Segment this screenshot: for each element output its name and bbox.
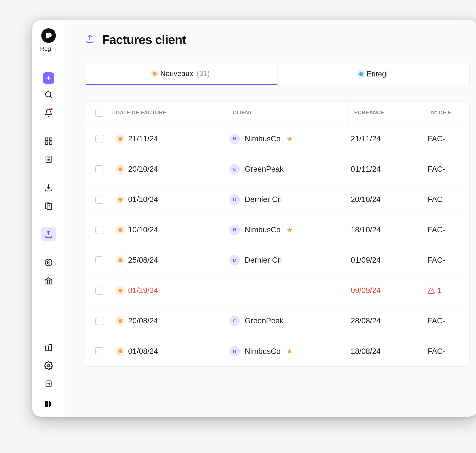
tab-label: Nouveaux — [160, 69, 193, 78]
tabs: Nouveaux (31) Enregi — [85, 63, 469, 85]
invoice-number: FAC- — [428, 134, 445, 143]
status-dot-icon — [118, 258, 123, 262]
table-row[interactable]: 25/08/24 DDernier Cri 01/09/24 FAC- — [85, 245, 469, 276]
euro-button[interactable] — [41, 255, 56, 270]
client-avatar: D — [229, 255, 240, 266]
client-name: Dernier Cri — [245, 256, 282, 264]
svg-rect-14 — [45, 401, 48, 407]
status-dot-icon — [118, 228, 123, 232]
notification-dot-icon — [50, 108, 53, 111]
col-due: ECHÉANCE — [348, 101, 425, 124]
app-logo[interactable] — [41, 28, 56, 43]
row-checkbox[interactable] — [95, 226, 103, 234]
row-checkbox[interactable] — [95, 256, 103, 264]
invoice-date: 01/19/24 — [128, 286, 158, 295]
status-dot-icon — [359, 72, 363, 76]
client-name: Dernier Cri — [245, 195, 282, 204]
svg-rect-5 — [49, 142, 52, 145]
client-name: NimbusCo — [245, 134, 281, 143]
svg-point-1 — [45, 92, 51, 97]
invoice-date: 10/10/24 — [128, 226, 158, 234]
status-dot-icon — [118, 349, 123, 353]
row-checkbox[interactable] — [95, 287, 103, 295]
add-button[interactable] — [43, 72, 54, 84]
svg-point-12 — [47, 365, 50, 367]
status-dot-icon — [118, 167, 123, 171]
tab-label: Enregi — [367, 70, 388, 78]
tab-nouveaux[interactable]: Nouveaux (31) — [85, 63, 277, 85]
table-row[interactable]: 01/10/24 DDernier Cri 20/10/24 FAC- — [85, 184, 469, 215]
upload-button[interactable] — [41, 227, 56, 241]
dashboard-button[interactable] — [41, 134, 56, 149]
table-row[interactable]: 21/11/24 NNimbusCo★ 21/11/24 FAC- — [85, 124, 469, 154]
client-name: GreenPeak — [245, 165, 283, 174]
footer-logo-icon — [44, 399, 53, 409]
warning-icon — [428, 287, 435, 294]
invoice-number: FAC- — [428, 165, 445, 174]
row-checkbox[interactable] — [95, 196, 103, 204]
client-avatar: G — [229, 316, 240, 326]
svg-rect-2 — [45, 138, 48, 141]
upload-icon — [85, 34, 96, 45]
table-header: DATE DE FACTURE CLIENT ECHÉANCE N° DE F — [85, 101, 469, 124]
table-row[interactable]: 01/19/24 09/09/24 1 — [85, 276, 469, 306]
client-name: NimbusCo — [245, 226, 281, 234]
invoice-number: FAC- — [428, 226, 445, 234]
status-dot-icon — [118, 289, 123, 293]
logout-button[interactable] — [41, 376, 56, 391]
star-icon: ★ — [287, 135, 293, 143]
status-dot-icon — [118, 198, 123, 202]
client-avatar: G — [229, 164, 240, 175]
notifications-button[interactable] — [41, 106, 56, 120]
page-header: Factures client — [85, 32, 476, 47]
client-avatar: D — [229, 194, 240, 205]
invoices-table: DATE DE FACTURE CLIENT ECHÉANCE N° DE F … — [85, 101, 469, 367]
bank-button[interactable] — [41, 273, 56, 288]
sidebar: Reg… — [32, 20, 65, 417]
main-content: Factures client Nouveaux (31) Enregi DAT… — [65, 20, 476, 417]
app-logo-label: Reg… — [40, 45, 57, 52]
svg-rect-0 — [47, 33, 49, 38]
receipts-button[interactable] — [41, 198, 56, 213]
table-row[interactable]: 20/10/24 GGreenPeak 01/11/24 FAC- — [85, 154, 469, 184]
tab-count: (31) — [197, 69, 210, 78]
due-date: 21/11/24 — [348, 134, 425, 143]
status-dot-icon — [153, 71, 157, 76]
download-button[interactable] — [41, 180, 56, 195]
row-checkbox[interactable] — [95, 317, 103, 325]
due-date: 18/08/24 — [348, 347, 425, 356]
svg-rect-4 — [45, 142, 48, 145]
invoice-date: 21/11/24 — [128, 134, 158, 143]
app-window: Reg… — [32, 20, 476, 417]
row-checkbox[interactable] — [95, 165, 103, 173]
invoice-date: 01/08/24 — [128, 347, 158, 356]
svg-rect-10 — [45, 346, 48, 351]
due-date: 28/08/24 — [348, 317, 425, 325]
settings-button[interactable] — [41, 358, 56, 373]
due-date: 09/09/24 — [348, 286, 425, 295]
table-row[interactable]: 20/08/24 GGreenPeak 28/08/24 FAC- — [85, 306, 469, 336]
star-icon: ★ — [287, 347, 293, 355]
invoice-number: FAC- — [428, 256, 445, 264]
col-date: DATE DE FACTURE — [114, 109, 227, 116]
due-date: 18/10/24 — [348, 226, 425, 234]
client-avatar: N — [229, 134, 240, 144]
row-checkbox[interactable] — [95, 347, 103, 355]
invoice-number: FAC- — [428, 195, 445, 204]
due-date: 01/11/24 — [348, 165, 425, 174]
row-checkbox[interactable] — [95, 135, 103, 143]
table-row[interactable]: 01/08/24 NNimbusCo★ 18/08/24 FAC- — [85, 336, 469, 367]
invoice-number: 1 — [437, 286, 442, 295]
col-num: N° DE F — [425, 101, 469, 124]
svg-rect-3 — [49, 138, 52, 141]
invoice-date: 20/10/24 — [128, 165, 158, 174]
search-button[interactable] — [41, 87, 56, 102]
client-name: NimbusCo — [245, 347, 281, 356]
tab-enregistres[interactable]: Enregi — [277, 63, 469, 85]
buildings-button[interactable] — [41, 340, 56, 355]
table-row[interactable]: 10/10/24 NNimbusCo★ 18/10/24 FAC- — [85, 215, 469, 245]
client-name: GreenPeak — [245, 317, 283, 325]
select-all-checkbox[interactable] — [95, 109, 103, 117]
due-date: 20/10/24 — [348, 195, 425, 204]
documents-button[interactable] — [41, 152, 56, 167]
